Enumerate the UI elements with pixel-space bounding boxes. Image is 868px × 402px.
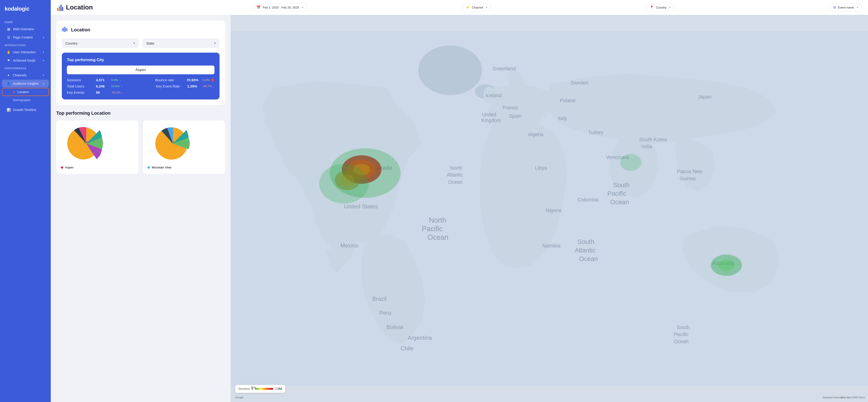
chevron-down-icon: ▾ — [43, 36, 44, 39]
city-stats: Sessions 4,571 9.3% ↑ Bounce rate 70.93%… — [67, 78, 214, 94]
sidebar-item-channels[interactable]: ✦ Channels ▾ — [2, 71, 49, 79]
sidebar-item-label: User Interaction — [13, 50, 36, 54]
sidebar-item-user-interaction[interactable]: ✋ User Interaction ▾ — [2, 48, 49, 56]
key-event-rate-value: 1.29% — [187, 84, 201, 88]
svg-point-66 — [620, 154, 641, 171]
sidebar-section-home: Home — [0, 19, 51, 25]
total-users-value: 6,246 — [96, 84, 110, 88]
top-location-title: Top performing Location — [56, 111, 225, 116]
svg-text:Brazil: Brazil — [372, 296, 386, 302]
bounce-rate-label: Bounce rate — [155, 78, 185, 82]
header-logo-icon — [57, 4, 63, 11]
sessions-label: Sessions — [67, 78, 95, 82]
sessions-change: 9.3% — [111, 78, 118, 82]
page-body: Location Country ▾ State ▾ Top performin… — [51, 15, 868, 402]
header-title-area: Location — [57, 4, 93, 11]
sessions-value: 4,571 — [96, 78, 110, 82]
svg-rect-1 — [63, 27, 64, 32]
svg-text:Algeria: Algeria — [528, 132, 544, 137]
svg-text:Iceland: Iceland — [486, 93, 502, 98]
chevron-down-icon: ▾ — [43, 59, 44, 62]
svg-text:8.9%: 8.9% — [84, 141, 90, 144]
svg-point-11 — [732, 88, 749, 116]
svg-text:Chile: Chile — [401, 345, 413, 351]
new-label: New — [251, 386, 256, 389]
world-map-svg: North Pacific Ocean South Pacific Ocean … — [230, 15, 868, 402]
svg-text:Papua New: Papua New — [677, 169, 703, 174]
chevron-down-icon: ▾ — [43, 74, 44, 77]
pie-legend-label: Aspen — [65, 166, 73, 169]
sidebar-item-growth-timeline[interactable]: 📊 Growth Timeline — [2, 106, 49, 114]
svg-text:Kingdom: Kingdom — [481, 118, 501, 123]
sidebar-item-location[interactable]: Location — [2, 88, 49, 96]
country-filter[interactable]: 📍 Country ▾ — [646, 3, 674, 11]
left-panel: Location Country ▾ State ▾ Top performin… — [51, 15, 230, 402]
key-events-label: Key Events — [67, 90, 95, 94]
state-dropdown[interactable]: State ▾ — [143, 38, 220, 48]
key-event-rate-change: -66.7%... — [203, 84, 214, 88]
svg-rect-4 — [67, 28, 67, 31]
svg-text:Nigeria: Nigeria — [546, 208, 561, 213]
svg-text:South: South — [677, 325, 690, 330]
svg-rect-3 — [65, 27, 66, 32]
pie-chart-1: 8.9% Aspen — [56, 120, 138, 174]
top-location-section: Top performing Location — [56, 111, 225, 174]
legend-color-bar — [255, 388, 273, 390]
active-dot — [13, 91, 15, 93]
sidebar-item-label: Growth Timeline — [13, 108, 36, 112]
channel-label: Channel — [472, 6, 483, 9]
user-interaction-icon: ✋ — [6, 50, 10, 54]
svg-text:United: United — [482, 112, 496, 117]
svg-text:Ocean: Ocean — [428, 233, 448, 241]
waveform-icon — [62, 26, 68, 34]
pie-chart-2: 5% Mountain View — [143, 120, 225, 174]
sidebar-item-page-content[interactable]: ☰ Page Content ▾ — [2, 33, 49, 41]
right-panel: North Pacific Ocean South Pacific Ocean … — [230, 15, 868, 402]
svg-text:Guinea: Guinea — [680, 176, 695, 181]
calendar-icon: 📅 — [256, 5, 261, 9]
svg-text:Japan: Japan — [698, 94, 712, 100]
svg-text:United States: United States — [344, 204, 378, 210]
growth-timeline-icon: 📊 — [6, 108, 10, 112]
country-dropdown[interactable]: Country ▾ — [62, 38, 139, 48]
svg-text:Pacific: Pacific — [422, 225, 442, 233]
date-range-filter[interactable]: 📅 Feb 1, 2025 - Feb 28, 2025 ▾ — [253, 3, 307, 11]
pie-chart-svg-2: 5% — [148, 125, 198, 162]
channels-icon: ✦ — [6, 74, 10, 77]
sidebar-item-audience-insights[interactable]: 👤 Audience Insights ▴ — [2, 80, 49, 87]
total-users-change: 14.9% — [111, 84, 120, 88]
stat-row-3: Key Events 59 -64.2% ↓ — [67, 90, 214, 94]
chevron-down-icon: ▾ — [214, 41, 216, 45]
audience-insights-icon: 👤 — [6, 82, 10, 85]
svg-text:Bolivia: Bolivia — [386, 324, 403, 330]
top-header: Location 📅 Feb 1, 2025 - Feb 28, 2025 ▾ … — [51, 0, 868, 15]
svg-text:Italy: Italy — [558, 116, 567, 121]
event-name-label: Event name — [838, 6, 854, 9]
state-dropdown-label: State — [146, 41, 154, 45]
svg-text:India: India — [641, 144, 652, 149]
bounce-rate-value: 70.93% — [187, 78, 200, 82]
sidebar-item-label: Audience Insights — [13, 82, 38, 85]
legend-dot — [61, 166, 63, 169]
svg-text:North: North — [450, 165, 462, 171]
pie-chart-svg-1: 8.9% — [61, 125, 112, 162]
sidebar-section-performance: Performance — [0, 65, 51, 71]
location-pin-icon: 📍 — [650, 5, 654, 9]
svg-text:Pacific: Pacific — [608, 190, 626, 197]
sidebar-item-web-overview[interactable]: ▦ Web Overview — [2, 25, 49, 33]
keyboard-shortcuts[interactable]: Keyboard shortcuts — [823, 396, 843, 399]
sidebar-item-label: Web Overview — [13, 27, 34, 31]
sidebar-item-demographic[interactable]: Demographic — [2, 96, 49, 104]
date-range-label: Feb 1, 2025 - Feb 28, 2025 — [263, 6, 299, 9]
page-title: Location — [66, 4, 93, 11]
top-city-card: Top performing City Aspen Sessions 4,571… — [62, 53, 220, 99]
channel-filter[interactable]: ⚡ Channel ▾ — [462, 3, 491, 11]
svg-text:Ocean: Ocean — [448, 179, 463, 185]
sidebar-sub-item-label: Location — [18, 90, 29, 94]
sidebar-section-interactions: Interactions — [0, 41, 51, 48]
map-container: North Pacific Ocean South Pacific Ocean … — [230, 15, 868, 402]
svg-point-65 — [718, 260, 735, 271]
svg-text:France: France — [502, 105, 518, 111]
event-name-filter[interactable]: ⊞ Event name ▾ — [830, 3, 862, 11]
sidebar-item-achieved-goals[interactable]: ⚑ Achieved Goals ▾ — [2, 57, 49, 64]
